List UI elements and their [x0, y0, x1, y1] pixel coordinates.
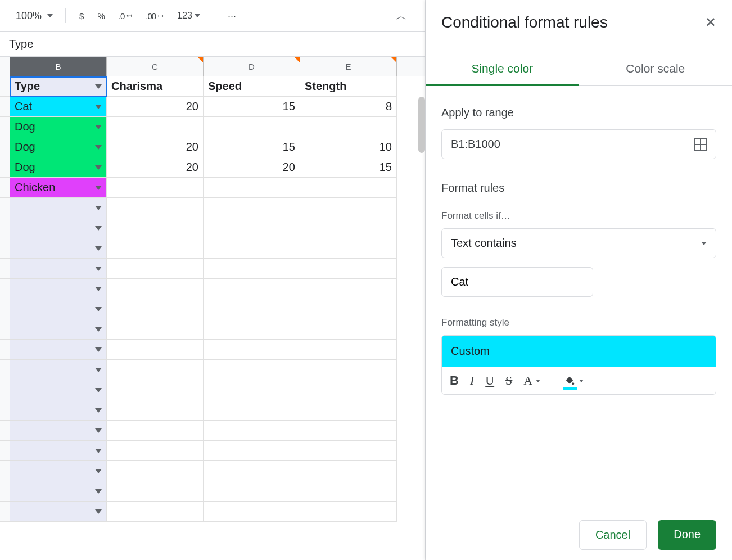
vertical-scrollbar[interactable] — [418, 97, 425, 153]
dropdown-icon[interactable] — [95, 368, 102, 372]
cell-d[interactable] — [204, 502, 300, 522]
cell-d[interactable] — [204, 279, 300, 299]
more-button[interactable]: ⋯ — [222, 7, 242, 24]
cell-c[interactable] — [107, 178, 204, 198]
cell-c[interactable] — [107, 400, 204, 421]
cell-b[interactable] — [10, 238, 107, 259]
dropdown-icon[interactable] — [95, 125, 102, 129]
cell-e[interactable] — [300, 421, 397, 441]
cell-c[interactable]: 20 — [107, 137, 204, 157]
cell-c[interactable] — [107, 198, 204, 218]
spreadsheet-grid[interactable]: Type Charisma Speed Stength Cat20158DogD… — [0, 76, 425, 560]
cell-d[interactable] — [204, 259, 300, 279]
cell-c[interactable] — [107, 279, 204, 299]
cell-b[interactable] — [10, 340, 107, 360]
cell-d[interactable] — [204, 461, 300, 481]
cell-c[interactable]: 20 — [107, 97, 204, 117]
cell-d[interactable] — [204, 117, 300, 137]
cell-e[interactable] — [300, 360, 397, 380]
cell-b[interactable]: Dog — [10, 137, 107, 157]
column-header-c[interactable]: C — [107, 57, 204, 76]
cell-d[interactable]: 20 — [204, 157, 300, 178]
italic-button[interactable]: I — [470, 373, 474, 388]
cell-e[interactable] — [300, 117, 397, 137]
cell-d[interactable] — [204, 400, 300, 421]
cell-e[interactable] — [300, 198, 397, 218]
decrease-decimal-button[interactable]: .0 ↤ — [113, 8, 138, 24]
dropdown-icon[interactable] — [95, 449, 102, 453]
cell-d[interactable] — [204, 360, 300, 380]
increase-decimal-button[interactable]: .00 ↦ — [140, 8, 169, 24]
dropdown-icon[interactable] — [95, 408, 102, 413]
cell-c[interactable] — [107, 461, 204, 481]
zoom-dropdown[interactable]: 100% — [7, 7, 57, 25]
cell-e[interactable] — [300, 279, 397, 299]
dropdown-icon[interactable] — [95, 327, 102, 332]
dropdown-icon[interactable] — [95, 186, 102, 190]
cell-c[interactable] — [107, 259, 204, 279]
cell-d[interactable] — [204, 380, 300, 400]
cell-e1[interactable]: Stength — [300, 76, 397, 97]
dropdown-icon[interactable] — [95, 347, 102, 352]
tab-single-color[interactable]: Single color — [426, 53, 579, 86]
cell-b[interactable] — [10, 360, 107, 380]
dropdown-icon[interactable] — [95, 428, 102, 433]
cell-d[interactable] — [204, 218, 300, 238]
cell-c[interactable] — [107, 481, 204, 502]
dropdown-icon[interactable] — [95, 84, 102, 89]
dropdown-icon[interactable] — [95, 267, 102, 271]
dropdown-icon[interactable] — [95, 206, 102, 210]
cell-d[interactable] — [204, 238, 300, 259]
cell-c[interactable] — [107, 218, 204, 238]
cell-c[interactable] — [107, 360, 204, 380]
percent-button[interactable]: % — [92, 8, 110, 24]
cell-c[interactable] — [107, 117, 204, 137]
cell-b[interactable]: Dog — [10, 117, 107, 137]
cell-b[interactable] — [10, 502, 107, 522]
dropdown-icon[interactable] — [95, 246, 102, 251]
currency-button[interactable]: $ — [74, 8, 89, 24]
cell-e[interactable] — [300, 380, 397, 400]
cell-b[interactable]: Dog — [10, 157, 107, 178]
close-icon[interactable]: ✕ — [705, 16, 716, 29]
column-header-e[interactable]: E — [300, 57, 397, 76]
cell-c[interactable] — [107, 380, 204, 400]
cell-e[interactable] — [300, 319, 397, 340]
tab-color-scale[interactable]: Color scale — [579, 53, 733, 86]
text-color-button[interactable]: A — [523, 373, 540, 388]
cell-e[interactable] — [300, 340, 397, 360]
condition-text-input[interactable] — [441, 267, 593, 297]
cell-b[interactable] — [10, 279, 107, 299]
cell-e[interactable] — [300, 238, 397, 259]
cancel-button[interactable]: Cancel — [579, 520, 647, 550]
cell-b[interactable] — [10, 198, 107, 218]
dropdown-icon[interactable] — [95, 165, 102, 170]
cell-e[interactable] — [300, 178, 397, 198]
cell-c[interactable] — [107, 441, 204, 461]
dropdown-icon[interactable] — [95, 105, 102, 109]
cell-d[interactable] — [204, 299, 300, 319]
cell-b[interactable] — [10, 299, 107, 319]
cell-d[interactable] — [204, 319, 300, 340]
cell-d[interactable]: 15 — [204, 137, 300, 157]
cell-d[interactable]: 15 — [204, 97, 300, 117]
cell-c[interactable]: 20 — [107, 157, 204, 178]
cell-b[interactable] — [10, 461, 107, 481]
cell-c[interactable] — [107, 238, 204, 259]
dropdown-icon[interactable] — [95, 145, 102, 150]
cell-c[interactable] — [107, 502, 204, 522]
cell-e[interactable] — [300, 441, 397, 461]
dropdown-icon[interactable] — [95, 388, 102, 392]
dropdown-icon[interactable] — [95, 469, 102, 473]
cell-e[interactable] — [300, 481, 397, 502]
done-button[interactable]: Done — [658, 520, 716, 550]
cell-e[interactable]: 15 — [300, 157, 397, 178]
cell-d[interactable] — [204, 198, 300, 218]
cell-c[interactable] — [107, 319, 204, 340]
dropdown-icon[interactable] — [95, 307, 102, 311]
cell-b[interactable]: Chicken — [10, 178, 107, 198]
cell-b[interactable] — [10, 441, 107, 461]
fill-color-button[interactable] — [563, 374, 584, 387]
cell-b[interactable] — [10, 380, 107, 400]
cell-b[interactable] — [10, 218, 107, 238]
